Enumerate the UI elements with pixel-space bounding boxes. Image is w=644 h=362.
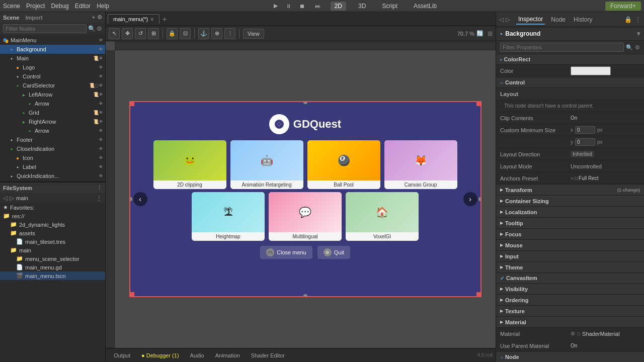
menu-help[interactable]: Help [97,3,109,10]
card-multilingual[interactable]: 💬 Multilingual [269,192,342,241]
tab-audio[interactable]: Audio [185,351,209,360]
card-voxelgi[interactable]: 🏠 VoxelGI [346,192,419,241]
color-swatch[interactable] [571,66,611,75]
filter-icon[interactable]: 🔍 [88,25,96,32]
section-container-sizing[interactable]: ▸ Container Sizing [496,196,644,207]
fs-assets[interactable]: 📁 assets [0,229,105,237]
node-expand-icon[interactable]: ▾ [637,30,640,37]
quit-btn[interactable]: ⚙ Quit [317,246,350,259]
tree-item-leftarrow[interactable]: ▸ LeftArrow 📜 👁 [0,90,105,99]
close-menu-btn[interactable]: 🎮 Close menu [260,246,312,259]
filesystem-header[interactable]: FileSystem ⋮ [0,183,105,193]
fs-2d-lights[interactable]: 📁 2d_dynamic_lights [0,220,105,229]
handle-tr[interactable] [476,102,480,106]
tree-item-logo[interactable]: ● Logo 👁 [0,63,105,72]
mode-3d[interactable]: 3D [354,2,370,11]
toolbar-anchor-btn[interactable]: ⚓ [198,28,209,39]
handle-bl[interactable] [130,292,134,296]
fs-tileset[interactable]: 📄 main_tileset.tres [0,237,105,246]
tree-item-rightarrow[interactable]: ▸ RightArrow 📜 👁 [0,117,105,126]
section-tooltip[interactable]: ▸ Tooltip [496,218,644,229]
tab-debugger[interactable]: ● Debugger (1) [136,351,184,360]
nav-right-arrow[interactable]: › [463,192,477,206]
fs-options-icon[interactable]: ⋮ [96,195,102,202]
toolbar-scale-btn[interactable]: ⊞ [148,28,159,39]
toolbar-view-btn[interactable]: View [243,29,264,39]
add-tab-button[interactable]: + [163,15,167,23]
filter-prop-option-icon[interactable]: ⚙ [635,44,640,51]
tree-item-footer[interactable]: ▪ Footer 👁 [0,135,105,144]
fs-main-folder[interactable]: 📁 main [0,246,105,254]
tree-item-background[interactable]: ▪ Background 👁 [0,45,105,54]
section-mouse[interactable]: ▸ Mouse [496,240,644,251]
fs-main-tscn[interactable]: 🎬 main_menu.tscn [0,272,105,280]
menu-editor[interactable]: Editor [75,3,91,10]
menu-project[interactable]: Project [26,3,45,10]
tree-item-closeindication[interactable]: ▪ CloseIndication 👁 [0,144,105,153]
tab-animation[interactable]: Animation [210,351,245,360]
handle-br[interactable] [476,292,480,296]
anchor-bottom[interactable] [303,294,307,297]
tree-item-icon[interactable]: ● Icon 👁 [0,153,105,162]
toolbar-rotate-btn[interactable]: ↺ [135,28,146,39]
card-2d-clipping[interactable]: 🐸 2D clipping [153,140,226,189]
tree-item-arrow1[interactable]: ▪ Arrow 👁 [0,99,105,108]
card-animation-retargeting[interactable]: 🤖 Animation Retargeting [230,140,303,189]
section-ordering[interactable]: ▸ Ordering [496,295,644,306]
menu-scene[interactable]: Scene [3,3,20,10]
toolbar-lock-btn[interactable]: 🔒 [167,28,178,39]
card-ball-pool[interactable]: 🎱 Ball Pool [307,140,380,189]
toolbar-more-btn[interactable]: ⋮ [224,28,235,39]
menu-debug[interactable]: Debug [51,3,68,10]
scene-add-icon[interactable]: + [92,14,95,21]
card-heightmap[interactable]: 🏝 Heightmap [192,192,265,241]
tree-item-grid[interactable]: ▪ Grid 📜 👁 [0,108,105,117]
toolbar-move-btn[interactable]: ✥ [122,28,133,39]
section-theme[interactable]: ▸ Theme [496,262,644,273]
fs-menu-scene-selector[interactable]: 📁 menu_scene_selector [0,254,105,263]
play-btn[interactable]: ▶ [274,3,278,9]
scene-link-icon[interactable]: ⚙ [97,14,102,21]
stop-btn[interactable]: ⏹ [299,3,305,9]
tree-item-mainmenu[interactable]: 🎭 MainMenu 👁 [0,36,105,45]
anchor-left[interactable] [129,197,132,201]
tree-item-label[interactable]: ▪ Label 👁 [0,162,105,171]
fs-back-icon[interactable]: ◁ [3,195,8,202]
custom-min-x[interactable] [575,126,595,134]
section-texture[interactable]: ▸ Texture [496,306,644,317]
tree-item-arrow2[interactable]: ▪ Arrow 👁 [0,126,105,135]
fs-forward-icon[interactable]: ▷ [10,195,14,202]
section-input[interactable]: ▸ Input [496,251,644,262]
section-colorrect[interactable]: ▪ ColorRect [496,54,644,65]
anchor-top[interactable] [303,101,307,104]
tab-close-icon[interactable]: ✕ [150,17,154,22]
tab-output[interactable]: Output [109,351,135,360]
tab-node[interactable]: Node [549,15,568,24]
filter-props-input[interactable] [500,43,624,52]
filter-prop-search-icon[interactable]: 🔍 [626,44,633,51]
filter-options-icon[interactable]: ⚙ [97,25,102,32]
mode-script[interactable]: Script [378,2,401,11]
section-visibility[interactable]: ▸ Visibility [496,284,644,295]
editor-tab-main-menu[interactable]: main_menu(*) ✕ [108,14,159,24]
forward-button[interactable]: Forward+ [605,2,641,11]
card-canvas-group[interactable]: 🦊 Canvas Group [384,140,457,189]
tree-item-control[interactable]: ▪ Control 👁 [0,72,105,81]
mode-assetlib[interactable]: AssetLib [410,2,441,11]
custom-min-y-input[interactable] [575,138,595,146]
fs-menu-icon[interactable]: ⋮ [97,185,102,191]
toolbar-select-btn[interactable]: ↖ [109,28,120,39]
section-localization[interactable]: ▸ Localization [496,207,644,218]
fs-main-gd[interactable]: 📄 main_menu.gd [0,263,105,272]
tree-item-quitindication[interactable]: ▪ QuickIndication... 👁 [0,171,105,180]
filter-nodes-input[interactable] [3,24,87,33]
inspector-options-icon[interactable]: ⋮ [635,16,641,23]
nav-left-arrow[interactable]: ‹ [133,192,147,206]
grid-snap-icon[interactable]: ⊞ [488,30,493,37]
inspector-forward-icon[interactable]: ▷ [506,16,510,23]
inspector-back-icon[interactable]: ◁ [499,16,504,23]
pause-btn[interactable]: ⏸ [286,3,291,9]
handle-tl[interactable] [130,102,134,106]
tree-item-main[interactable]: ▪ Main 📜 👁 [0,54,105,63]
tab-shader-editor[interactable]: Shader Editor [246,351,290,360]
